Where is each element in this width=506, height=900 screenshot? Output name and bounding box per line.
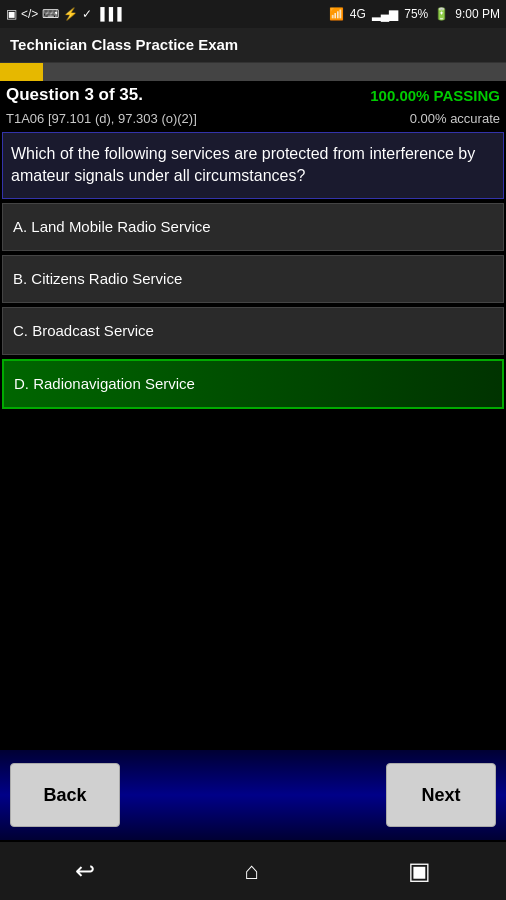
signal-bars: ▂▄▆: [372, 7, 399, 21]
display-icon: ▣: [6, 7, 17, 21]
check-icon: ✓: [82, 7, 92, 21]
bars-icon: ▐▐▐: [96, 7, 122, 21]
code-icon: </>: [21, 7, 38, 21]
battery-icon: 🔋: [434, 7, 449, 21]
answer-label-d: D. Radionavigation Service: [14, 375, 195, 392]
question-header: Question 3 of 35. 100.00% PASSING: [0, 81, 506, 109]
answer-option-d[interactable]: D. Radionavigation Service: [2, 359, 504, 409]
status-left-icons: ▣ </> ⌨ ⚡ ✓ ▐▐▐: [6, 7, 122, 21]
recents-nav-icon[interactable]: ▣: [408, 857, 431, 885]
wifi-icon: 📶: [329, 7, 344, 21]
status-bar: ▣ </> ⌨ ⚡ ✓ ▐▐▐ 📶 4G ▂▄▆ 75% 🔋 9:00 PM: [0, 0, 506, 28]
back-button[interactable]: Back: [10, 763, 120, 827]
nav-container: Back Next: [0, 750, 506, 840]
passing-label: 100.00% PASSING: [370, 87, 500, 104]
battery-level: 75%: [404, 7, 428, 21]
status-right-info: 📶 4G ▂▄▆ 75% 🔋 9:00 PM: [329, 7, 500, 21]
question-text: Which of the following services are prot…: [11, 145, 475, 184]
usb-icon: ⚡: [63, 7, 78, 21]
answer-label-c: C. Broadcast Service: [13, 322, 154, 339]
app-title: Technician Class Practice Exam: [10, 36, 238, 53]
accuracy-label: 0.00% accurate: [410, 111, 500, 126]
next-button[interactable]: Next: [386, 763, 496, 827]
home-nav-icon[interactable]: ⌂: [244, 857, 259, 885]
progress-bar-container: [0, 63, 506, 81]
progress-bar-fill: [0, 63, 43, 81]
answers-container: A. Land Mobile Radio ServiceB. Citizens …: [2, 203, 504, 409]
question-meta: T1A06 [97.101 (d), 97.303 (o)(2)] 0.00% …: [0, 109, 506, 128]
question-text-container: Which of the following services are prot…: [2, 132, 504, 199]
answer-label-b: B. Citizens Radio Service: [13, 270, 182, 287]
signal-4g: 4G: [350, 7, 366, 21]
question-number: Question 3 of 35.: [6, 85, 143, 105]
bottom-nav-bar: ↩ ⌂ ▣: [0, 842, 506, 900]
answer-option-a[interactable]: A. Land Mobile Radio Service: [2, 203, 504, 251]
answer-option-b[interactable]: B. Citizens Radio Service: [2, 255, 504, 303]
answer-label-a: A. Land Mobile Radio Service: [13, 218, 211, 235]
answer-option-c[interactable]: C. Broadcast Service: [2, 307, 504, 355]
code2-icon: ⌨: [42, 7, 59, 21]
question-code: T1A06 [97.101 (d), 97.303 (o)(2)]: [6, 111, 197, 126]
time-display: 9:00 PM: [455, 7, 500, 21]
back-nav-icon[interactable]: ↩: [75, 857, 95, 885]
title-bar: Technician Class Practice Exam: [0, 28, 506, 63]
